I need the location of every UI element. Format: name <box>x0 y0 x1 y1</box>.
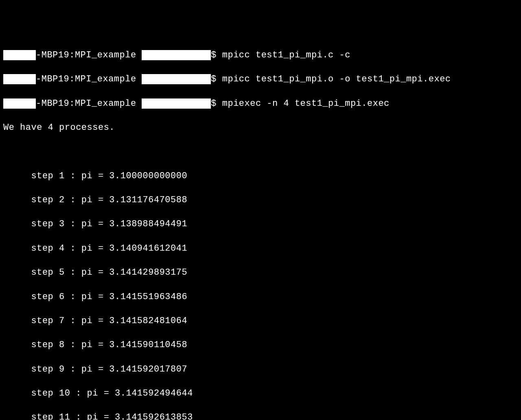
step-line: step 4 : pi = 3.140941612041 <box>3 243 518 255</box>
redacted-host <box>142 98 211 109</box>
processes-line: We have 4 processes. <box>3 122 518 134</box>
step-line: step 2 : pi = 3.131176470588 <box>3 194 518 206</box>
shell-marker: $ <box>211 98 222 109</box>
host-path: -MBP19:MPI_example <box>36 98 142 109</box>
host-path: -MBP19:MPI_example <box>36 74 142 84</box>
step-line: step 1 : pi = 3.100000000000 <box>3 170 518 182</box>
step-line: step 10 : pi = 3.141592494644 <box>3 387 518 400</box>
prompt-line-3: -MBP19:MPI_example $ mpiexec -n 4 test1_… <box>3 98 518 110</box>
shell-marker: $ <box>211 74 222 84</box>
step-line: step 3 : pi = 3.138988494491 <box>3 218 518 230</box>
redacted-user <box>3 98 36 109</box>
redacted-user <box>3 50 36 60</box>
step-line: step 6 : pi = 3.141551963486 <box>3 291 518 303</box>
command-1: mpicc test1_pi_mpi.c -c <box>222 50 350 60</box>
step-line: step 9 : pi = 3.141592017807 <box>3 363 518 376</box>
prompt-line-2: -MBP19:MPI_example $ mpicc test1_pi_mpi.… <box>3 73 518 85</box>
step-line: step 5 : pi = 3.141429893175 <box>3 267 518 279</box>
redacted-host <box>142 74 211 84</box>
redacted-user <box>3 74 36 84</box>
step-line: step 11 : pi = 3.141592613853 <box>3 411 518 420</box>
command-2: mpicc test1_pi_mpi.o -o test1_pi_mpi.exe… <box>222 74 451 84</box>
redacted-host <box>142 50 211 60</box>
step-line: step 8 : pi = 3.141590110458 <box>3 339 518 351</box>
host-path: -MBP19:MPI_example <box>36 50 142 60</box>
command-3: mpiexec -n 4 test1_pi_mpi.exec <box>222 98 390 109</box>
shell-marker: $ <box>211 50 222 60</box>
step-line: step 7 : pi = 3.141582481064 <box>3 315 518 327</box>
prompt-line-1: -MBP19:MPI_example $ mpicc test1_pi_mpi.… <box>3 49 518 61</box>
blank-line <box>3 146 518 158</box>
